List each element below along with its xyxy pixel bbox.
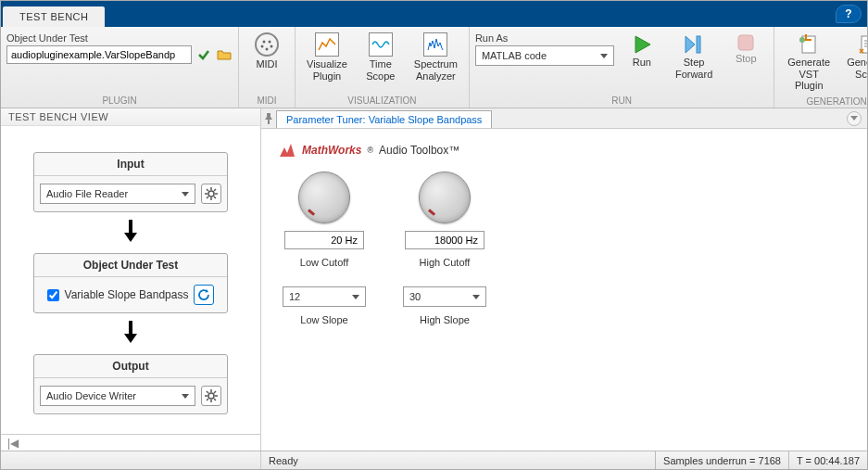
run-button[interactable]: Run <box>620 31 664 69</box>
generate-vst-icon <box>797 32 821 57</box>
stage-input: Input Audio File Reader <box>33 152 228 212</box>
svg-point-24 <box>208 393 214 399</box>
generate-vst-button[interactable]: Generate VST Plugin <box>780 31 837 92</box>
svg-point-3 <box>263 41 266 44</box>
left-panel: TEST BENCH VIEW Input Audio File Reader <box>1 108 261 451</box>
main-area: TEST BENCH VIEW Input Audio File Reader <box>1 108 867 451</box>
svg-point-8 <box>799 37 805 43</box>
high-cutoff-value[interactable] <box>405 231 484 249</box>
left-panel-title: TEST BENCH VIEW <box>1 108 260 126</box>
gear-icon <box>205 187 218 200</box>
midi-button[interactable]: MIDI <box>245 31 289 70</box>
generate-script-icon <box>856 32 868 57</box>
out-enable-checkbox[interactable]: Variable Slope Bandpass <box>47 288 189 301</box>
output-select-value: Audio Device Writer <box>46 390 136 401</box>
chevron-down-icon <box>600 54 608 58</box>
low-cutoff-value[interactable] <box>284 231 364 249</box>
low-slope-label: Low Slope <box>300 314 347 325</box>
flow-arrow-icon <box>121 218 140 248</box>
input-select[interactable]: Audio File Reader <box>40 184 195 204</box>
output-select[interactable]: Audio Device Writer <box>40 386 195 406</box>
tab-test-bench[interactable]: TEST BENCH <box>3 6 105 27</box>
group-label-generation: GENERATION <box>774 95 868 108</box>
step-forward-button[interactable]: Step Forward <box>670 31 718 80</box>
left-footer-pager: |◀ <box>1 434 260 451</box>
svg-point-4 <box>269 41 271 44</box>
svg-rect-5 <box>697 36 700 53</box>
svg-line-19 <box>214 197 216 198</box>
stage-output: Output Audio Device Writer <box>33 354 228 414</box>
out-checkbox-input[interactable] <box>47 289 59 301</box>
output-settings-button[interactable] <box>201 386 221 406</box>
low-slope-select[interactable]: 12 <box>283 286 366 307</box>
low-slope-value: 12 <box>289 291 300 302</box>
svg-point-1 <box>266 48 269 51</box>
stage-input-title: Input <box>34 153 227 176</box>
chevron-down-icon <box>472 295 480 299</box>
stage-output-title: Output <box>34 355 227 378</box>
input-select-value: Audio File Reader <box>46 188 128 199</box>
spectrum-analyzer-label: Spectrum Analyzer <box>414 58 458 82</box>
run-as-value: MATLAB code <box>482 50 547 61</box>
svg-point-13 <box>208 191 214 197</box>
confirm-icon[interactable] <box>195 46 212 63</box>
svg-line-21 <box>207 197 208 198</box>
svg-line-20 <box>214 189 216 191</box>
out-sync-button[interactable] <box>194 285 214 305</box>
play-icon <box>630 32 654 57</box>
tab-parameter-tuner[interactable]: Parameter Tuner: Variable Slope Bandpass <box>276 110 492 128</box>
brand-reg: ® <box>367 146 373 155</box>
flow-arrow-icon <box>121 319 140 349</box>
chevron-down-icon <box>352 295 359 299</box>
step-forward-icon <box>682 32 706 57</box>
svg-line-32 <box>207 399 208 400</box>
stop-icon <box>736 32 756 53</box>
run-as-select[interactable]: MATLAB code <box>475 45 614 66</box>
chevron-down-icon <box>182 192 189 197</box>
sync-icon <box>197 288 210 301</box>
midi-button-label: MIDI <box>256 58 277 70</box>
brand-product: Audio Toolbox™ <box>379 144 459 157</box>
right-tab-bar: Parameter Tuner: Variable Slope Bandpass <box>261 108 867 129</box>
time-scope-label: Time Scope <box>366 58 395 82</box>
status-time: T = 00:44.187 <box>788 451 867 469</box>
right-panel: Parameter Tuner: Variable Slope Bandpass… <box>261 108 867 451</box>
pin-icon[interactable] <box>261 113 276 124</box>
spectrum-analyzer-icon <box>423 32 447 57</box>
stage-out-title: Object Under Test <box>34 254 227 277</box>
time-scope-icon <box>369 32 393 57</box>
label-run-as: Run As <box>475 32 614 44</box>
high-cutoff-knob[interactable] <box>419 171 471 223</box>
visualize-plugin-button[interactable]: Visualize Plugin <box>301 31 353 82</box>
mathworks-logo-icon <box>278 142 296 159</box>
svg-line-18 <box>207 189 208 191</box>
pager-prev-button[interactable]: |◀ <box>5 437 21 450</box>
high-slope-label: High Slope <box>420 314 470 325</box>
object-under-test-input[interactable] <box>6 45 192 64</box>
time-scope-button[interactable]: Time Scope <box>359 31 403 82</box>
low-cutoff-knob[interactable] <box>298 171 350 223</box>
status-bar: Ready Samples underrun = 7168 T = 00:44.… <box>1 451 867 469</box>
svg-rect-6 <box>738 35 753 50</box>
high-slope-select[interactable]: 30 <box>403 286 486 307</box>
help-icon[interactable]: ? <box>836 5 862 23</box>
stop-button[interactable]: Stop <box>723 31 768 65</box>
svg-line-30 <box>214 399 216 400</box>
status-underrun: Samples underrun = 7168 <box>655 451 788 469</box>
chevron-down-icon <box>850 116 858 121</box>
brand-company: MathWorks <box>302 144 361 157</box>
toolstrip: Object Under Test PLUGIN M <box>1 27 867 108</box>
generate-script-label: Generate Script <box>847 57 868 80</box>
spectrum-analyzer-button[interactable]: Spectrum Analyzer <box>409 31 463 82</box>
svg-point-2 <box>270 45 273 48</box>
tab-dropdown-button[interactable] <box>847 111 862 126</box>
folder-icon[interactable] <box>216 46 233 63</box>
visualize-plugin-label: Visualize Plugin <box>307 58 347 82</box>
input-settings-button[interactable] <box>201 184 221 204</box>
group-label-run: RUN <box>470 95 774 108</box>
run-label: Run <box>633 57 651 69</box>
generate-script-button[interactable]: Generate Script <box>843 31 868 80</box>
group-label-visualization: VISUALIZATION <box>296 95 469 108</box>
svg-line-31 <box>214 391 216 393</box>
chevron-down-icon <box>182 394 189 399</box>
